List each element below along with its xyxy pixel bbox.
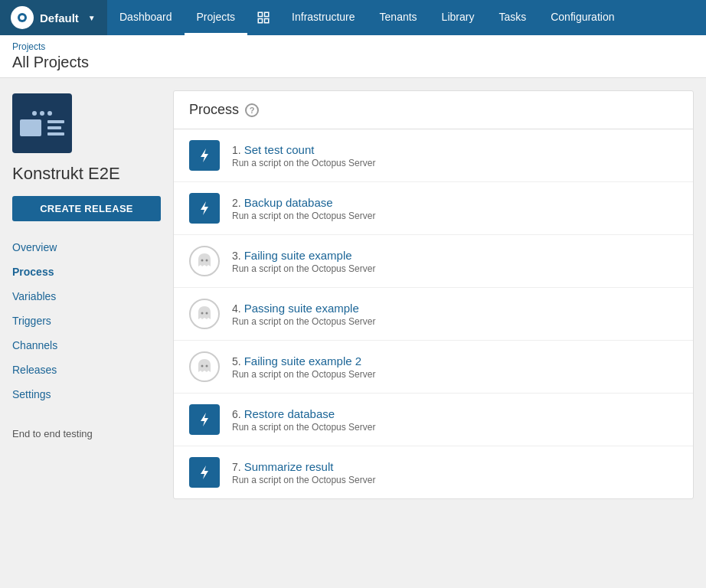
nav-item-library[interactable]: Library (430, 0, 487, 35)
svg-marker-16 (201, 466, 208, 479)
nav-item-dashboard[interactable]: Dashboard (107, 0, 185, 35)
step-subtitle-2: Run a script on the Octopus Server (232, 211, 678, 221)
line-3 (47, 132, 64, 136)
step-number-title-4: 4. Passing suite example (232, 302, 678, 315)
step-subtitle-1: Run a script on the Octopus Server (232, 158, 678, 168)
step-subtitle-7: Run a script on the Octopus Server (232, 475, 678, 485)
sidebar-item-channels[interactable]: Channels (12, 333, 161, 358)
sidebar: Konstrukt E2E CREATE RELEASE Overview Pr… (0, 78, 161, 588)
svg-marker-7 (201, 149, 208, 162)
nav-item-tasks[interactable]: Tasks (486, 0, 538, 35)
process-steps-list: 1. Set test count Run a script on the Oc… (174, 129, 693, 498)
brand-name: Default (40, 11, 79, 24)
project-icon-dots (32, 111, 52, 116)
step-icon-blue-2 (189, 193, 220, 224)
step-info-4: 4. Passing suite example Run a script on… (232, 302, 678, 327)
nav-item-infrastructure[interactable]: Infrastructure (279, 0, 367, 35)
nav-item-search[interactable] (247, 0, 279, 35)
top-navigation: Default ▼ Dashboard Projects Infrastruct… (0, 0, 706, 35)
svg-point-12 (206, 312, 208, 315)
process-step-2[interactable]: 2. Backup database Run a script on the O… (174, 182, 693, 235)
content-area: Process ? 1. Set test count Ru (161, 78, 706, 588)
nav-items: Dashboard Projects Infrastructure Tenant… (107, 0, 626, 35)
svg-marker-8 (201, 201, 208, 215)
process-step-6[interactable]: 6. Restore database Run a script on the … (174, 394, 693, 446)
project-icon (12, 93, 72, 153)
brand-dropdown-arrow[interactable]: ▼ (88, 14, 96, 22)
step-icon-blue-6 (189, 404, 220, 435)
step-number-5: 5. (232, 355, 241, 368)
project-icon-lines (47, 120, 64, 136)
step-number-title-7: 7. Summarize result (232, 460, 678, 473)
step-title-4: Passing suite example (244, 302, 359, 315)
brand-icon (11, 6, 34, 29)
step-number-title-6: 6. Restore database (232, 407, 678, 420)
nav-item-configuration[interactable]: Configuration (538, 0, 626, 35)
process-step-5[interactable]: 5. Failing suite example 2 Run a script … (174, 341, 693, 394)
breadcrumb-parent[interactable]: Projects (12, 41, 45, 52)
step-info-6: 6. Restore database Run a script on the … (232, 407, 678, 433)
project-name: Konstrukt E2E (12, 164, 161, 184)
step-number-6: 6. (232, 408, 241, 420)
sidebar-item-settings[interactable]: Settings (12, 382, 161, 407)
line-1 (47, 120, 64, 123)
step-number-4: 4. (232, 302, 241, 315)
page-title: All Projects (12, 54, 89, 70)
step-info-5: 5. Failing suite example 2 Run a script … (232, 354, 678, 380)
process-step-1[interactable]: 1. Set test count Run a script on the Oc… (174, 129, 693, 182)
svg-rect-6 (265, 19, 269, 23)
breadcrumb-area: Projects All Projects (0, 35, 706, 78)
svg-rect-4 (265, 12, 269, 16)
project-icon-rect (20, 119, 41, 136)
svg-marker-15 (201, 413, 208, 426)
svg-point-2 (20, 15, 25, 20)
step-title-6: Restore database (244, 407, 335, 420)
dot-2 (40, 111, 44, 116)
help-icon[interactable]: ? (245, 103, 259, 117)
line-2 (47, 126, 61, 129)
step-subtitle-4: Run a script on the Octopus Server (232, 316, 678, 327)
svg-point-14 (206, 365, 208, 368)
step-number-3: 3. (232, 250, 241, 262)
step-number-title-2: 2. Backup database (232, 196, 678, 209)
nav-item-tenants[interactable]: Tenants (368, 0, 430, 35)
step-icon-ghost-5 (189, 351, 220, 382)
project-icon-body (20, 119, 64, 136)
svg-rect-3 (258, 12, 262, 16)
create-release-button[interactable]: CREATE RELEASE (12, 196, 161, 221)
step-info-3: 3. Failing suite example Run a script on… (232, 249, 678, 274)
step-subtitle-3: Run a script on the Octopus Server (232, 263, 678, 274)
sidebar-item-process[interactable]: Process (12, 260, 161, 284)
sidebar-item-overview[interactable]: Overview (12, 235, 161, 260)
svg-point-10 (206, 260, 208, 262)
dot-3 (47, 111, 52, 116)
step-title-3: Failing suite example (244, 249, 352, 262)
step-number-2: 2. (232, 197, 241, 209)
step-number-1: 1. (232, 144, 241, 156)
process-step-7[interactable]: 7. Summarize result Run a script on the … (174, 446, 693, 498)
step-info-2: 2. Backup database Run a script on the O… (232, 196, 678, 221)
process-header: Process ? (174, 91, 693, 129)
process-step-4[interactable]: 4. Passing suite example Run a script on… (174, 288, 693, 341)
step-number-7: 7. (232, 461, 241, 473)
step-icon-blue-1 (189, 140, 220, 171)
nav-item-projects[interactable]: Projects (185, 0, 248, 35)
brand-logo[interactable]: Default ▼ (0, 0, 107, 35)
sidebar-item-releases[interactable]: Releases (12, 358, 161, 382)
step-number-title-5: 5. Failing suite example 2 (232, 354, 678, 368)
main-layout: Konstrukt E2E CREATE RELEASE Overview Pr… (0, 78, 706, 588)
step-title-2: Backup database (244, 196, 333, 209)
process-step-3[interactable]: 3. Failing suite example Run a script on… (174, 235, 693, 288)
sidebar-nav: Overview Process Variables Triggers Chan… (12, 235, 161, 407)
step-info-7: 7. Summarize result Run a script on the … (232, 460, 678, 485)
svg-point-13 (201, 365, 204, 368)
sidebar-section-label: End to end testing (12, 428, 161, 439)
svg-point-9 (201, 260, 204, 262)
step-number-title-1: 1. Set test count (232, 143, 678, 156)
step-info-1: 1. Set test count Run a script on the Oc… (232, 143, 678, 168)
svg-rect-5 (258, 19, 262, 23)
sidebar-item-triggers[interactable]: Triggers (12, 309, 161, 333)
sidebar-item-variables[interactable]: Variables (12, 284, 161, 309)
step-title-5: Failing suite example 2 (244, 354, 361, 368)
step-title-1: Set test count (244, 143, 315, 156)
